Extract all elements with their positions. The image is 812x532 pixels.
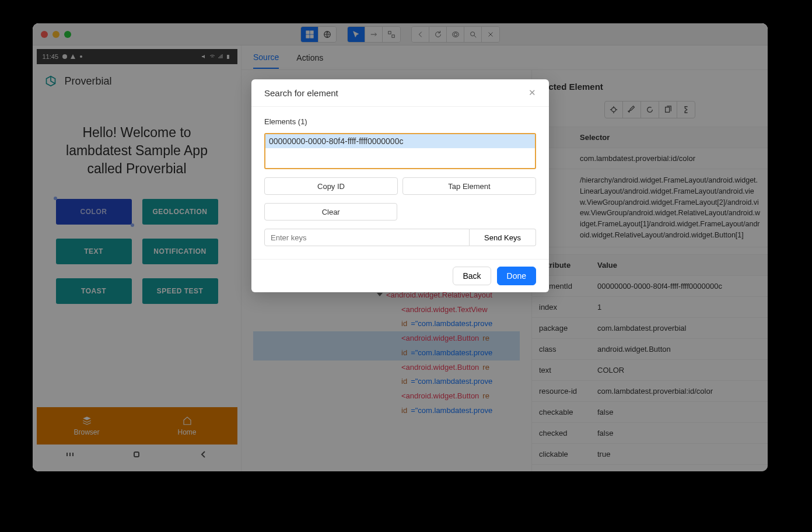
back-button[interactable]: Back [453,267,491,285]
modal-title: Search for element [264,88,338,98]
modal-overlay[interactable]: Search for element ✕ Elements (1) 000000… [33,23,768,471]
result-item[interactable]: 00000000-0000-80f4-ffff-ffff0000000c [265,134,535,148]
copy-id-button[interactable]: Copy ID [264,177,398,195]
close-icon[interactable]: ✕ [528,88,536,98]
search-element-modal: Search for element ✕ Elements (1) 000000… [251,79,549,292]
clear-button[interactable]: Clear [264,203,397,220]
send-keys-button[interactable]: Send Keys [470,229,536,246]
keys-input[interactable] [264,229,470,246]
appium-inspector-window: 11:45 [33,23,768,471]
done-button[interactable]: Done [497,267,536,285]
elements-count: Elements (1) [264,117,536,126]
results-list[interactable]: 00000000-0000-80f4-ffff-ffff0000000c [264,133,536,169]
tap-element-button[interactable]: Tap Element [402,177,536,195]
